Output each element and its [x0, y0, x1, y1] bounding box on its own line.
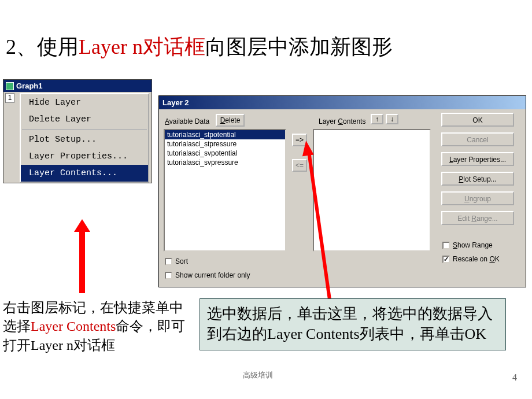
menu-plot-setup[interactable]: Plot Setup...: [21, 131, 148, 148]
edit-range-button[interactable]: Edit Range...: [441, 211, 514, 225]
menu-separator: [22, 129, 147, 130]
folder-label: Show current folder only: [175, 271, 250, 279]
title-prefix: 2、使用: [6, 35, 79, 58]
contents-listbox[interactable]: [313, 129, 431, 252]
show-range-checkbox[interactable]: [442, 242, 450, 249]
arrow-up-stem: [79, 231, 85, 293]
rescale-label: Rescale on OK: [453, 255, 500, 263]
menu-layer-contents[interactable]: Layer Contents...: [21, 165, 148, 182]
ok-button[interactable]: OK: [441, 113, 514, 127]
show-range-checkbox-row[interactable]: Show Range: [442, 241, 493, 249]
list-item[interactable]: tutorialasci_svpotential: [165, 149, 285, 158]
ungroup-button[interactable]: Ungroup: [441, 191, 514, 205]
menu-delete-layer[interactable]: Delete Layer: [21, 111, 148, 128]
rescale-checkbox[interactable]: [442, 256, 450, 263]
list-item[interactable]: tutorialasci_stpotential: [165, 130, 285, 139]
page-number: 4: [512, 372, 517, 383]
move-up-button[interactable]: ↑: [371, 114, 383, 124]
sort-checkbox-row[interactable]: Sort: [165, 257, 188, 265]
rescale-checkbox-row[interactable]: Rescale on OK: [442, 255, 500, 263]
folder-checkbox-row[interactable]: Show current folder only: [165, 271, 250, 279]
layer-tab[interactable]: 1: [5, 93, 14, 103]
arrow-up-icon: [74, 219, 90, 232]
footer-label: 高级培训: [243, 370, 273, 380]
folder-checkbox[interactable]: [165, 272, 172, 279]
menu-hide-layer[interactable]: Hide Layer: [21, 94, 148, 111]
caption-right: 选中数据后，单击这里，将选中的数据导入到右边的Layer Contents列表中…: [200, 298, 506, 350]
graph-title: Graph1: [16, 82, 43, 90]
plot-setup-button[interactable]: Plot Setup...: [441, 172, 514, 186]
show-range-label: Show Range: [453, 241, 493, 249]
graph-titlebar: Graph1: [3, 80, 152, 92]
list-item[interactable]: tutorialasci_stpressure: [165, 139, 285, 149]
list-item[interactable]: tutorialasci_svpressure: [165, 158, 285, 167]
caption-right-text: 选中数据后，单击这里，将选中的数据导入到右边的Layer Contents列表中…: [207, 305, 493, 342]
title-suffix: 向图层中添加新图形: [205, 35, 393, 58]
context-menu: Hide Layer Delete Layer Plot Setup... La…: [20, 93, 149, 183]
remove-button[interactable]: <=: [292, 159, 307, 172]
menu-layer-properties[interactable]: Layer Properties...: [21, 148, 148, 165]
cancel-button[interactable]: Cancel: [441, 132, 514, 146]
sort-checkbox[interactable]: [165, 258, 172, 265]
slide-title: 2、使用Layer n对话框向图层中添加新图形: [6, 35, 393, 60]
title-red2: 对话框: [143, 35, 205, 58]
available-listbox[interactable]: tutorialasci_stpotential tutorialasci_st…: [164, 129, 286, 252]
layer-contents-label: Layer Contents: [319, 117, 365, 125]
dialog-body: Available Data Delete Layer Contents ↑ ↓…: [159, 109, 526, 286]
available-data-label: Available Data: [165, 117, 209, 125]
layer-properties-button[interactable]: Layer Properties...: [441, 152, 514, 166]
move-down-button[interactable]: ↓: [386, 114, 398, 124]
graph-icon: [6, 82, 14, 90]
dialog-titlebar: Layer 2: [159, 96, 526, 109]
layer-dialog: Layer 2 Available Data Delete Layer Cont…: [158, 95, 526, 287]
sort-label: Sort: [175, 257, 188, 265]
title-red1: Layer n: [79, 35, 143, 58]
delete-button[interactable]: Delete: [216, 114, 245, 127]
graph-window: Graph1 1 Hide Layer Delete Layer Plot Se…: [3, 79, 152, 183]
caption-left: 右击图层标记，在快捷菜单中选择Layer Contents命令，即可打开Laye…: [3, 298, 187, 354]
caption-left-red: Layer Contents: [31, 319, 116, 334]
